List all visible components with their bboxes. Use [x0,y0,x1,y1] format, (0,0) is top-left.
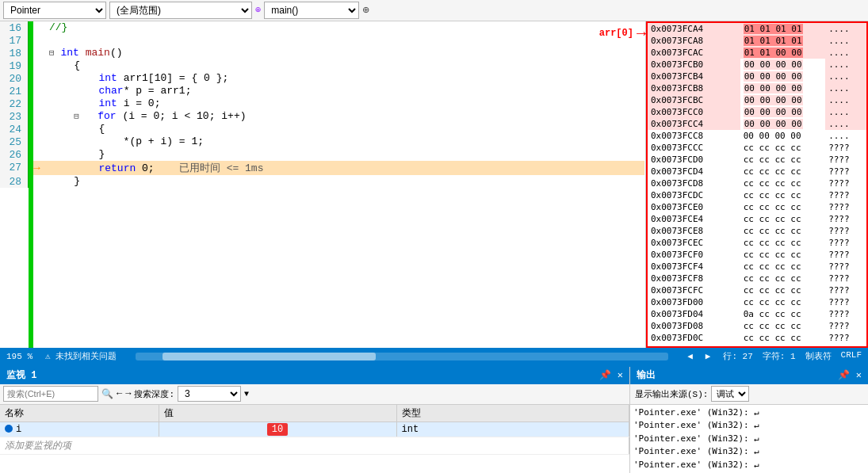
output-content[interactable]: 'Pointer.exe' (Win32): ↵'Pointer.exe' (W… [630,405,868,474]
code-line-21: 21 char* p = arr1; [0,85,644,97]
memory-address: 0x0073FCB0 [648,59,740,71]
memory-table: 0x0073FCA401 01 01 01....0x0073FCA801 01… [648,23,866,344]
memory-bytes: cc cc cc cc [740,225,825,237]
memory-bytes: 00 00 00 00 [740,82,825,94]
memory-row: 0x0073FCFCcc cc cc cc???? [648,284,866,296]
search-arrow-right[interactable]: → [125,388,131,399]
memory-chars: .... [825,35,866,47]
memory-row: 0x0073FCB000 00 00 00.... [648,59,866,71]
col-value-header: 值 [159,405,396,422]
memory-row: 0x0073FD00cc cc cc cc???? [648,296,866,308]
output-line: 'Pointer.exe' (Win32): ↵ [633,445,865,459]
code-line-18: 18⊟ int main() [0,47,644,59]
line-code-18: ⊟ int main() [44,47,644,59]
search-depth-arrow[interactable]: ▼ [244,390,249,399]
memory-chars: .... [825,106,866,118]
code-line-25: 25 *(p + i) = 1; [0,135,644,148]
memory-row: 0x0073FCF0cc cc cc cc???? [648,249,866,261]
line-code-28: } [44,175,644,188]
line-code-26: } [44,148,644,161]
memory-bytes: cc cc cc cc [740,189,825,201]
memory-address: 0x0073FD00 [648,296,740,308]
output-line: 'Pointer.exe' (Win32): ↵ [633,459,865,472]
memory-row: 0x0073FCCCcc cc cc cc???? [648,142,866,154]
code-line-16: 16//} [0,21,644,34]
output-panel: 输出 📌 ✕ 显示输出来源(S): 调试 'Pointer.exe' (Win3… [630,367,868,474]
memory-bytes: cc cc cc cc [740,249,825,261]
status-right: 行: 27 字符: 1 制表符 CRLF [723,350,862,362]
memory-address: 0x0073FCAC [648,47,740,59]
memory-bytes: 00 00 00 00 [740,59,825,71]
memory-row: 0x0073FCB400 00 00 00.... [648,71,866,82]
memory-chars: ???? [825,261,866,273]
pointer-dropdown[interactable]: Pointer [3,2,106,19]
memory-row: 0x0073FCE8cc cc cc cc???? [648,225,866,237]
code-line-27: 27→ return 0; 已用时间 <= 1ms [0,161,644,175]
memory-chars: ???? [825,166,866,177]
search-arrow-left[interactable]: ← [117,388,122,399]
watch-table: 名称 值 类型 i10int添加要监视的项 [0,405,629,455]
memory-row: 0x0073FCBC00 00 00 00.... [648,94,866,106]
memory-address: 0x0073FCD4 [648,166,740,177]
line-code-19: { [44,59,644,72]
memory-row: 0x0073FCC800 00 00 00.... [648,130,866,142]
scrollbar-thumb[interactable] [163,353,376,360]
memory-bytes: 01 01 00 00 [740,47,825,59]
watch-row[interactable]: i10int [0,422,629,437]
add-watch-row[interactable]: 添加要监视的项 [0,437,629,454]
main-area: arr[0] → 16//}17 18⊟ int main()19 {20 in… [0,21,868,348]
source-label: 显示输出来源(S): [635,388,708,400]
output-pin-icon[interactable]: 📌 [838,369,850,381]
memory-address: 0x0073FCA8 [648,35,740,47]
output-line: 'Pointer.exe' (Win32): ↵ [633,406,865,420]
memory-chars: .... [825,47,866,59]
source-select[interactable]: 调试 [711,386,749,402]
memory-chars: ???? [825,154,866,166]
memory-row: 0x0073FCAC01 01 00 00.... [648,47,866,59]
green-sidebar [29,21,33,348]
line-code-16: //} [44,21,644,34]
scroll-arrow-left[interactable]: ◀ [687,351,693,361]
memory-row: 0x0073FCE0cc cc cc cc???? [648,201,866,213]
pin-button[interactable]: ⊕ [362,3,369,17]
memory-bytes: cc cc cc cc [740,296,825,308]
scroll-arrow-right[interactable]: ▶ [705,351,711,361]
memory-address: 0x0073FCBC [648,94,740,106]
scope-dropdown[interactable]: (全局范围) [109,2,252,19]
memory-panel[interactable]: 0x0073FCA401 01 01 01....0x0073FCA801 01… [646,21,868,348]
memory-bytes: 00 00 00 00 [740,71,825,82]
output-close-icon[interactable]: ✕ [856,369,862,381]
memory-address: 0x0073FCB8 [648,82,740,94]
col-type-header: 类型 [396,405,629,422]
memory-bytes: cc cc cc cc [740,213,825,225]
search-depth-select[interactable]: 3 [178,386,241,402]
watch-toolbar: 🔍 ← → 搜索深度: 3 ▼ [0,384,629,405]
memory-row: 0x0073FCC400 00 00 00.... [648,118,866,130]
memory-address: 0x0073FCFC [648,284,740,296]
memory-address: 0x0073FCF4 [648,261,740,273]
line-code-22: int i = 0; [44,97,644,110]
memory-chars: .... [825,118,866,130]
memory-chars: ???? [825,213,866,225]
memory-bytes: cc cc cc cc [740,273,825,284]
watch-item-value: 10 [159,422,396,437]
function-dropdown[interactable]: main() [264,2,359,19]
memory-address: 0x0073FD08 [648,320,740,332]
memory-chars: ???? [825,225,866,237]
zoom-level: 195 % [6,352,33,361]
memory-row: 0x0073FCF4cc cc cc cc???? [648,261,866,273]
memory-bytes: 00 00 00 00 [740,106,825,118]
output-title-bar: 输出 📌 ✕ [630,367,868,384]
memory-address: 0x0073FD0C [648,332,740,344]
scrollbar[interactable] [136,353,668,360]
code-line-20: 20 int arr1[10] = { 0 }; [0,72,644,85]
watch-search-input[interactable] [3,386,98,402]
memory-row: 0x0073FD08cc cc cc cc???? [648,320,866,332]
memory-bytes: 00 00 00 00 [740,94,825,106]
watch-close-icon[interactable]: ✕ [618,369,623,381]
no-issues: ⚠ 未找到相关问题 [45,350,117,362]
function-icon: ⊕ [255,4,261,16]
line-info: 行: 27 [723,350,752,362]
watch-pin-icon[interactable]: 📌 [599,369,611,381]
code-editor: arr[0] → 16//}17 18⊟ int main()19 {20 in… [0,21,646,348]
